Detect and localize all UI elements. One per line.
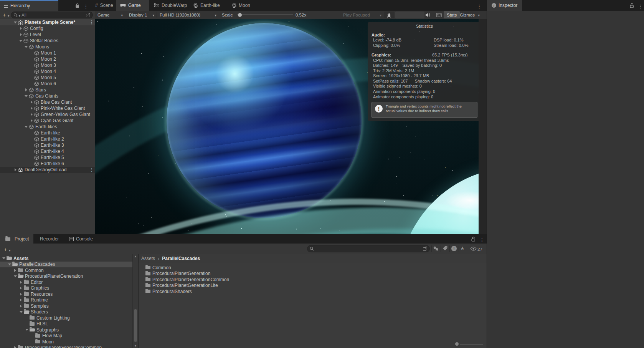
- search-importance-icon[interactable]: [451, 246, 457, 251]
- expand-arrow-icon[interactable]: [18, 27, 23, 30]
- expand-arrow-icon[interactable]: [19, 287, 23, 290]
- tab-scene[interactable]: Scene: [91, 0, 117, 11]
- lock-icon[interactable]: [75, 3, 79, 8]
- hierarchy-search-input[interactable]: All: [11, 12, 93, 18]
- search-filter-dropdown-icon[interactable]: [19, 12, 21, 18]
- scrollbar-thumb[interactable]: [134, 309, 137, 342]
- project-tree-item[interactable]: Assets: [0, 255, 132, 262]
- hierarchy-item[interactable]: Moons: [0, 44, 95, 50]
- stats-toggle-button[interactable]: Stats: [444, 11, 460, 18]
- scale-slider-track[interactable]: [237, 15, 293, 15]
- add-asset-dropdown-icon[interactable]: [9, 246, 11, 253]
- hierarchy-item[interactable]: Moon 4: [0, 68, 95, 75]
- project-tree-item[interactable]: Shaders: [0, 309, 132, 315]
- expand-arrow-icon[interactable]: [19, 293, 23, 296]
- tab-game[interactable]: Game: [116, 0, 149, 11]
- hierarchy-item[interactable]: Stellar Bodies: [0, 38, 95, 44]
- hierarchy-item[interactable]: Earth-like: [0, 130, 95, 136]
- resolution-dropdown[interactable]: Full HD (1920x1080): [160, 11, 216, 19]
- hierarchy-item[interactable]: Config: [0, 25, 95, 31]
- game-mode-dropdown[interactable]: Game: [97, 11, 123, 19]
- project-tree-item[interactable]: Resources: [0, 291, 132, 297]
- blank-toolbar-dropdown[interactable]: [395, 12, 424, 18]
- hierarchy-item[interactable]: Earth-like 5: [0, 154, 95, 161]
- expand-arrow-icon[interactable]: [29, 101, 34, 104]
- slider-handle[interactable]: [455, 342, 459, 346]
- collapse-arrow-icon[interactable]: [2, 257, 6, 259]
- search-by-type-icon[interactable]: [433, 246, 439, 251]
- display-dropdown[interactable]: Display 1: [129, 11, 154, 19]
- collapse-arrow-icon[interactable]: [24, 46, 28, 48]
- collapse-arrow-icon[interactable]: [7, 263, 12, 265]
- expand-arrow-icon[interactable]: [19, 305, 23, 308]
- collapse-arrow-icon[interactable]: [25, 329, 29, 331]
- project-tree-item[interactable]: Editor: [0, 279, 132, 285]
- visibility-eye-icon[interactable]: [470, 247, 477, 251]
- breadcrumb-root[interactable]: Assets: [141, 256, 155, 261]
- hierarchy-item[interactable]: Moon 3: [0, 62, 95, 68]
- asset-folder-item[interactable]: ProceduralPlanetGenerationLite: [139, 283, 487, 289]
- expand-arrow-icon[interactable]: [29, 119, 34, 122]
- tab-moon[interactable]: Moon: [228, 0, 254, 11]
- open-search-window-icon[interactable]: [86, 13, 90, 17]
- hierarchy-scene-header[interactable]: DontDestroyOnLoad: [0, 167, 95, 173]
- hierarchy-item[interactable]: Moon 1: [0, 50, 95, 56]
- project-tree-scrollbar[interactable]: ▲ ▼: [132, 254, 138, 348]
- collapse-arrow-icon[interactable]: [13, 22, 18, 23]
- hierarchy-item[interactable]: Green-Yellow Gas Giant: [0, 111, 95, 118]
- favorites-star-icon[interactable]: [460, 245, 465, 252]
- tab-earth-like[interactable]: Earth-like: [190, 0, 224, 11]
- hierarchy-item[interactable]: Moon 5: [0, 75, 95, 81]
- hierarchy-item[interactable]: Earth-like 2: [0, 136, 95, 142]
- project-tree-item[interactable]: Graphics: [0, 285, 132, 292]
- add-object-button[interactable]: [2, 12, 7, 18]
- icon-size-slider[interactable]: [455, 342, 483, 346]
- expand-arrow-icon[interactable]: [13, 346, 17, 348]
- kebab-menu-icon[interactable]: [477, 3, 481, 10]
- expand-arrow-icon[interactable]: [29, 107, 34, 110]
- search-by-label-tag-icon[interactable]: [443, 246, 447, 251]
- play-focused-dropdown[interactable]: Play Focused: [343, 11, 381, 19]
- game-viewport[interactable]: Statistics Audio: Level: -74.8 dBDSP loa…: [95, 19, 479, 234]
- unlock-icon[interactable]: [630, 3, 634, 8]
- scale-slider-handle[interactable]: [238, 13, 242, 17]
- add-object-dropdown-icon[interactable]: [8, 12, 10, 18]
- tab-hierarchy[interactable]: Hierarchy: [0, 0, 58, 11]
- project-tree-item[interactable]: HLSL: [0, 321, 132, 327]
- asset-folder-item[interactable]: Common: [139, 265, 487, 271]
- hierarchy-item[interactable]: Earth-like 4: [0, 148, 95, 154]
- hierarchy-item[interactable]: Level: [0, 31, 95, 38]
- tab-project[interactable]: Project: [0, 234, 33, 244]
- scroll-down-arrow[interactable]: ▼: [133, 344, 138, 348]
- hierarchy-item[interactable]: Moon 6: [0, 81, 95, 87]
- hierarchy-item[interactable]: Earth-likes: [0, 124, 95, 130]
- expand-arrow-icon[interactable]: [29, 113, 34, 116]
- hierarchy-item[interactable]: Earth-like 6: [0, 161, 95, 167]
- project-tree-item[interactable]: Subgraphs: [0, 327, 132, 333]
- tab-doublewarp[interactable]: DoubleWarp: [150, 0, 191, 11]
- expand-arrow-icon[interactable]: [19, 298, 23, 302]
- hierarchy-item[interactable]: Gas Giants: [0, 93, 95, 99]
- tab-inspector[interactable]: Inspector: [487, 0, 522, 11]
- project-tree-item[interactable]: ParallelCascades: [0, 262, 132, 268]
- hierarchy-item[interactable]: Cyan Gas Giant: [0, 118, 95, 124]
- project-search-input[interactable]: [307, 245, 430, 252]
- scroll-up-arrow[interactable]: ▲: [133, 255, 138, 258]
- hierarchy-item[interactable]: Moon 2: [0, 56, 95, 62]
- collapse-arrow-icon[interactable]: [13, 275, 17, 277]
- mute-audio-speaker-icon[interactable]: [425, 13, 431, 17]
- asset-folder-item[interactable]: ProceduralPlanetGeneration: [139, 271, 487, 277]
- expand-arrow-icon[interactable]: [13, 168, 18, 171]
- asset-folder-item[interactable]: ProceduralShaders: [139, 288, 487, 295]
- gizmos-dropdown[interactable]: Gizmos: [460, 11, 480, 19]
- kebab-menu-icon[interactable]: [89, 20, 93, 25]
- kebab-menu-icon[interactable]: [638, 3, 642, 10]
- hierarchy-scene-header[interactable]: Planets Sample Scene*: [0, 19, 95, 25]
- tab-recorder[interactable]: Recorder: [35, 234, 63, 244]
- collapse-arrow-icon[interactable]: [18, 40, 23, 42]
- expand-arrow-icon[interactable]: [24, 88, 28, 91]
- expand-arrow-icon[interactable]: [19, 281, 23, 284]
- collapse-arrow-icon[interactable]: [24, 126, 28, 128]
- project-tree-item[interactable]: ProceduralPlanetGeneration: [0, 273, 132, 280]
- expand-arrow-icon[interactable]: [13, 269, 17, 272]
